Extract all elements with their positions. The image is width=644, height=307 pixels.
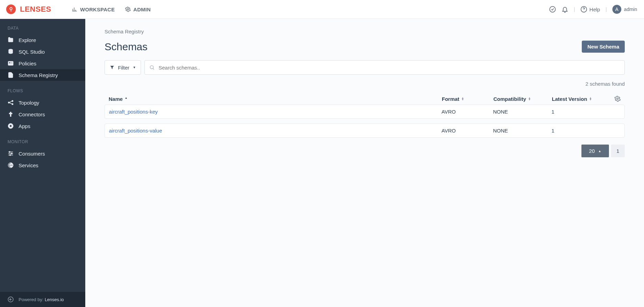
column-format[interactable]: Format ▲▼ bbox=[442, 96, 493, 102]
footer-link[interactable]: Lenses.io bbox=[45, 297, 64, 302]
sidebar-item-policies[interactable]: Policies bbox=[0, 57, 85, 69]
column-compatibility[interactable]: Compatibility ▲▼ bbox=[493, 96, 552, 102]
sidebar-item-services[interactable]: Services bbox=[0, 159, 85, 171]
svg-point-27 bbox=[10, 155, 11, 156]
topnav-admin[interactable]: ADMIN bbox=[125, 7, 151, 12]
chevron-down-icon: ▼ bbox=[133, 66, 136, 69]
search-input-wrap[interactable] bbox=[144, 60, 625, 75]
sidebar-item-apps[interactable]: Apps bbox=[0, 120, 85, 132]
help-label: Help bbox=[589, 7, 600, 12]
sidebar: DATA Explore SQL Studio Policies Schema … bbox=[0, 19, 85, 307]
sidebar-footer: Powered by: Lenses.io bbox=[0, 292, 85, 307]
sidebar-item-sql-studio[interactable]: SQL Studio bbox=[0, 46, 85, 57]
filter-button[interactable]: Filter ▼ bbox=[105, 60, 141, 75]
user-name: admin bbox=[624, 7, 637, 12]
sidebar-item-label: Policies bbox=[19, 61, 36, 66]
notifications-icon[interactable] bbox=[561, 6, 568, 13]
sidebar-item-label: Consumers bbox=[19, 151, 45, 157]
table-row: aircraft_positions-key AVRO NONE 1 bbox=[105, 105, 625, 119]
topnav-workspace[interactable]: WORKSPACE bbox=[72, 7, 115, 12]
svg-point-21 bbox=[10, 125, 12, 127]
sidebar-item-label: Apps bbox=[19, 123, 30, 129]
sidebar-section-data: DATA bbox=[0, 26, 85, 34]
sidebar-item-schema-registry[interactable]: Schema Registry bbox=[0, 69, 85, 81]
sidebar-section-monitor: MONITOR bbox=[0, 139, 85, 148]
svg-point-18 bbox=[12, 100, 13, 102]
search-icon bbox=[149, 65, 155, 70]
cell-latest-version: 1 bbox=[552, 109, 607, 115]
sidebar-item-label: Schema Registry bbox=[19, 72, 58, 78]
sidebar-item-topology[interactable]: Topology bbox=[0, 97, 85, 108]
brand-logo[interactable]: LENSES bbox=[6, 4, 51, 14]
cell-format: AVRO bbox=[441, 128, 493, 134]
cell-format: AVRO bbox=[441, 109, 493, 115]
sidebar-item-label: Topology bbox=[19, 100, 39, 106]
new-schema-button[interactable]: New Schema bbox=[582, 41, 625, 53]
breadcrumb[interactable]: Schema Registry bbox=[105, 29, 625, 34]
svg-point-0 bbox=[10, 8, 12, 10]
topnav-workspace-label: WORKSPACE bbox=[80, 7, 115, 12]
user-menu[interactable]: A admin bbox=[612, 5, 637, 14]
caret-up-icon: ▲ bbox=[598, 149, 601, 153]
sidebar-item-label: SQL Studio bbox=[19, 49, 45, 55]
pagination: 20 ▲ 1 bbox=[105, 145, 625, 157]
avatar: A bbox=[612, 5, 621, 14]
column-latest-version[interactable]: Latest Version ▲▼ bbox=[552, 96, 607, 102]
filter-label: Filter bbox=[118, 65, 129, 71]
sidebar-item-connectors[interactable]: Connectors bbox=[0, 108, 85, 120]
page-title: Schemas bbox=[105, 41, 148, 53]
svg-point-7 bbox=[549, 7, 555, 12]
schema-name-link[interactable]: aircraft_positions-value bbox=[109, 128, 441, 134]
svg-point-25 bbox=[9, 151, 10, 152]
sort-icon: ▲▼ bbox=[125, 97, 128, 100]
filter-icon bbox=[110, 65, 114, 70]
sort-icon: ▲▼ bbox=[589, 97, 592, 100]
cell-compatibility: NONE bbox=[493, 128, 552, 134]
brand-name: LENSES bbox=[20, 5, 51, 14]
cell-latest-version: 1 bbox=[552, 128, 607, 134]
separator: | bbox=[605, 7, 607, 12]
search-input[interactable] bbox=[159, 65, 620, 71]
svg-point-26 bbox=[11, 153, 12, 154]
back-arrow-icon[interactable] bbox=[8, 296, 14, 303]
svg-point-6 bbox=[127, 9, 129, 10]
svg-rect-14 bbox=[11, 63, 13, 63]
sidebar-item-explore[interactable]: Explore bbox=[0, 34, 85, 46]
sidebar-item-label: Explore bbox=[19, 37, 36, 43]
brand-mark-icon bbox=[6, 4, 16, 14]
page-number[interactable]: 1 bbox=[611, 145, 625, 157]
svg-point-31 bbox=[150, 66, 153, 69]
status-ok-icon[interactable] bbox=[549, 6, 556, 13]
table-settings-icon[interactable] bbox=[614, 96, 621, 102]
separator: | bbox=[574, 7, 575, 12]
svg-rect-12 bbox=[9, 62, 11, 63]
sidebar-item-consumers[interactable]: Consumers bbox=[0, 148, 85, 159]
sort-icon: ▲▼ bbox=[461, 97, 464, 100]
svg-point-17 bbox=[8, 102, 10, 104]
svg-rect-13 bbox=[11, 62, 13, 63]
table-row: aircraft_positions-value AVRO NONE 1 bbox=[105, 124, 625, 138]
svg-line-32 bbox=[153, 68, 154, 70]
sort-icon: ▲▼ bbox=[528, 97, 531, 100]
results-count: 2 schemas found bbox=[105, 81, 625, 87]
sidebar-item-label: Connectors bbox=[19, 112, 45, 117]
footer-prefix: Powered by: bbox=[19, 297, 45, 302]
schema-name-link[interactable]: aircraft_positions-key bbox=[109, 109, 441, 115]
svg-point-33 bbox=[617, 98, 619, 100]
table-header: Name ▲▼ Format ▲▼ Compatibility ▲▼ Lates… bbox=[105, 93, 625, 105]
svg-point-19 bbox=[12, 103, 13, 105]
main-content: Schema Registry Schemas New Schema Filte… bbox=[85, 19, 644, 307]
cell-compatibility: NONE bbox=[493, 109, 552, 115]
topnav-admin-label: ADMIN bbox=[133, 7, 151, 12]
page-size-select[interactable]: 20 ▲ bbox=[581, 145, 609, 157]
help-button[interactable]: Help bbox=[580, 6, 600, 13]
column-name[interactable]: Name ▲▼ bbox=[109, 96, 442, 102]
top-header: LENSES WORKSPACE ADMIN | Help | A admin bbox=[0, 0, 644, 19]
sidebar-item-label: Services bbox=[19, 162, 39, 168]
sidebar-section-flows: FLOWS bbox=[0, 88, 85, 97]
